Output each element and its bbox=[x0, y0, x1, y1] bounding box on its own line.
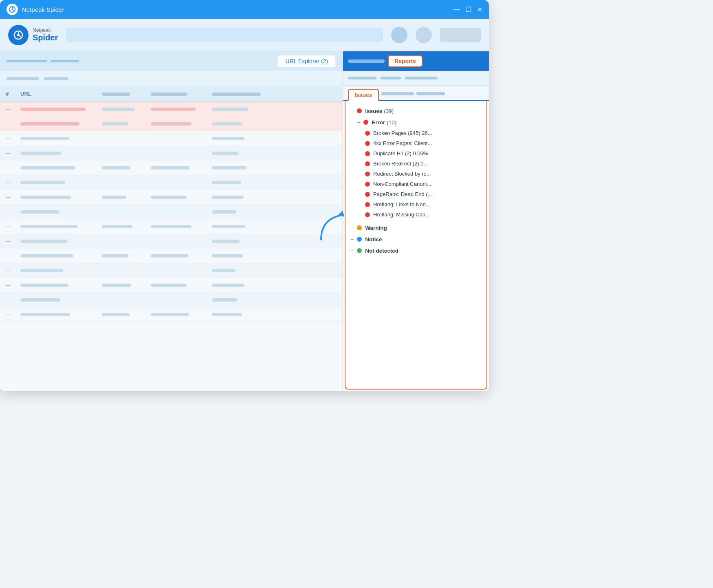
error-item-dot-7 bbox=[365, 202, 370, 207]
error-item-label-6: PageRank: Dead End (... bbox=[373, 191, 432, 197]
col-placeholder-2 bbox=[148, 92, 209, 96]
app-logo: Netpeak Spider bbox=[8, 25, 58, 45]
issues-count: (39) bbox=[384, 108, 394, 114]
error-item-dot-8 bbox=[365, 212, 370, 217]
right-top-tabs: Reports bbox=[343, 51, 489, 71]
app-title: Netpeak Spider bbox=[22, 6, 64, 13]
error-item-7[interactable]: Hreflang: Links to Non... bbox=[345, 199, 486, 209]
right-panel: Reports Issues − Issues (39) − bbox=[342, 51, 489, 391]
not-detected-label: Not detected bbox=[365, 248, 398, 254]
notice-row[interactable]: − Notice bbox=[345, 233, 486, 245]
error-item-6[interactable]: PageRank: Dead End (... bbox=[345, 189, 486, 199]
not-detected-dot bbox=[357, 248, 362, 253]
header-action-btn[interactable] bbox=[440, 28, 481, 42]
error-label: Error bbox=[372, 119, 385, 126]
notice-label: Notice bbox=[365, 236, 382, 242]
svg-line-2 bbox=[12, 9, 14, 11]
error-item-1[interactable]: 4xx Error Pages: Client... bbox=[345, 138, 486, 148]
expand-issues[interactable]: − bbox=[350, 108, 354, 114]
warning-row[interactable]: − Warning bbox=[345, 222, 486, 233]
table-body: — — — bbox=[0, 102, 342, 391]
table-row[interactable]: — bbox=[0, 219, 342, 234]
warning-dot bbox=[357, 225, 362, 230]
table-row[interactable]: — bbox=[0, 146, 342, 161]
table-row[interactable]: — bbox=[0, 161, 342, 175]
tab-placeholder-b bbox=[416, 92, 445, 95]
table-row[interactable]: — bbox=[0, 117, 342, 131]
error-item-label-0: Broken Pages (945) 26... bbox=[373, 130, 432, 136]
app-header: Netpeak Spider bbox=[0, 19, 489, 51]
svg-point-6 bbox=[17, 34, 20, 36]
error-item-label-7: Hreflang: Links to Non... bbox=[373, 201, 430, 207]
left-panel-wrapper: URL Explorer (2) # URL — bbox=[0, 51, 342, 391]
expand-error[interactable]: − bbox=[357, 119, 360, 126]
avatar-2 bbox=[416, 27, 432, 43]
issues-tabs: Issues bbox=[343, 86, 489, 101]
issues-label: Issues bbox=[365, 108, 382, 114]
table-row[interactable]: — bbox=[0, 131, 342, 146]
issues-dot bbox=[357, 108, 362, 113]
table-row[interactable]: — bbox=[0, 190, 342, 205]
tab-bar: URL Explorer (2) bbox=[0, 51, 342, 71]
close-btn[interactable]: ✕ bbox=[477, 6, 482, 13]
table-row[interactable]: — bbox=[0, 263, 342, 278]
spider-label: Spider bbox=[33, 33, 58, 42]
expand-notice[interactable]: − bbox=[350, 236, 354, 242]
col-hash: # bbox=[3, 91, 18, 97]
issues-tab[interactable]: Issues bbox=[348, 89, 379, 101]
warning-label: Warning bbox=[365, 225, 387, 231]
window-controls[interactable]: — ❐ ✕ bbox=[453, 6, 482, 13]
title-bar: Netpeak Spider — ❐ ✕ bbox=[0, 0, 489, 19]
issues-root-row[interactable]: − Issues (39) bbox=[345, 105, 486, 117]
table-row[interactable]: — bbox=[0, 307, 342, 322]
error-item-dot-5 bbox=[365, 182, 370, 187]
error-count: (10) bbox=[387, 119, 396, 126]
error-item-label-4: Redirect Blocked by ro... bbox=[373, 171, 431, 177]
url-explorer-tab[interactable]: URL Explorer (2) bbox=[278, 55, 335, 67]
netpeak-label: Netpeak bbox=[33, 27, 58, 33]
sub-pill-1 bbox=[348, 77, 376, 79]
issues-list: − Issues (39) − Error (10) Broken Pages … bbox=[345, 101, 487, 390]
table-row[interactable]: — bbox=[0, 175, 342, 190]
avatar-1 bbox=[391, 27, 407, 43]
expand-not-detected[interactable]: − bbox=[350, 247, 354, 254]
tab-placeholder-1 bbox=[7, 60, 47, 62]
error-item-4[interactable]: Redirect Blocked by ro... bbox=[345, 169, 486, 179]
sub-pill-3 bbox=[405, 77, 438, 79]
not-detected-row[interactable]: − Not detected bbox=[345, 245, 486, 256]
tab-placeholder-a bbox=[381, 92, 414, 95]
error-item-label-1: 4xx Error Pages: Client... bbox=[373, 140, 432, 146]
error-item-label-8: Hreflang: Missing Con... bbox=[373, 211, 430, 218]
table-row[interactable]: — bbox=[0, 293, 342, 307]
error-item-3[interactable]: Broken Redirect (2) 0... bbox=[345, 159, 486, 169]
table-row[interactable]: — bbox=[0, 249, 342, 263]
notice-dot bbox=[357, 237, 362, 242]
main-area: URL Explorer (2) # URL — bbox=[0, 51, 489, 391]
error-item-5[interactable]: Non-Compliant Canoni... bbox=[345, 179, 486, 189]
error-row[interactable]: − Error (10) bbox=[345, 117, 486, 128]
minimize-btn[interactable]: — bbox=[453, 6, 460, 13]
table-row[interactable]: — bbox=[0, 205, 342, 219]
url-bar[interactable] bbox=[66, 28, 383, 42]
maximize-btn[interactable]: ❐ bbox=[466, 6, 471, 13]
error-item-dot-0 bbox=[365, 131, 370, 136]
error-item-8[interactable]: Hreflang: Missing Con... bbox=[345, 209, 486, 220]
error-dot bbox=[363, 120, 368, 125]
error-item-label-5: Non-Compliant Canoni... bbox=[373, 181, 431, 187]
right-tab-placeholder bbox=[348, 59, 385, 63]
spider-logo-icon bbox=[8, 25, 29, 45]
app-logo-icon bbox=[7, 4, 18, 15]
table-row[interactable]: — bbox=[0, 278, 342, 293]
filter-pill-1 bbox=[7, 77, 39, 80]
col-placeholder-3 bbox=[209, 92, 339, 96]
filter-bar bbox=[0, 71, 342, 86]
error-item-0[interactable]: Broken Pages (945) 26... bbox=[345, 128, 486, 138]
expand-warning[interactable]: − bbox=[350, 225, 354, 231]
title-bar-left: Netpeak Spider bbox=[7, 4, 64, 15]
error-item-2[interactable]: Duplicate H1 (2) 0.06% bbox=[345, 148, 486, 159]
col-placeholder-1 bbox=[99, 92, 148, 96]
reports-tab[interactable]: Reports bbox=[388, 55, 423, 67]
table-row[interactable]: — bbox=[0, 234, 342, 249]
table-row[interactable]: — bbox=[0, 102, 342, 117]
table-header: # URL bbox=[0, 86, 342, 102]
